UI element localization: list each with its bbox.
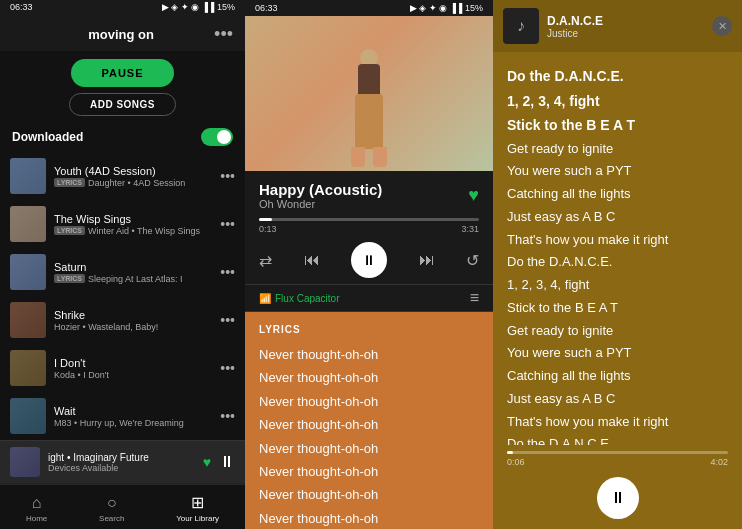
nav-search[interactable]: ○ Search (99, 494, 124, 523)
track-name: Saturn (54, 261, 220, 273)
track-artist: M83 • Hurry up, We're Dreaming (54, 418, 184, 428)
downloaded-label: Downloaded (12, 130, 83, 144)
list-item[interactable]: Saturn LYRICS Sleeping At Last Atlas: I … (0, 248, 245, 296)
time-2: 06:33 (255, 3, 278, 13)
repeat-button[interactable]: ↺ (466, 251, 479, 270)
home-icon: ⌂ (32, 494, 42, 512)
progress-section: 0:13 3:31 (245, 214, 493, 238)
track-meta: LYRICS Daughter • 4AD Session (54, 178, 220, 188)
playlist-title: moving on (28, 27, 214, 42)
lyric-line: 1, 2, 3, 4, fight (507, 89, 728, 114)
previous-button[interactable]: ⏮ (304, 251, 320, 269)
playback-controls: ⇄ ⏮ ⏸ ⏭ ↺ (245, 238, 493, 284)
track-more-button[interactable]: ••• (220, 264, 235, 280)
lyrics-topbar: ♪ D.A.N.C.E Justice ✕ (493, 0, 742, 52)
track-meta: LYRICS Winter Aid • The Wisp Sings (54, 226, 220, 236)
list-item[interactable]: Youth (4AD Session) LYRICS Daughter • 4A… (0, 152, 245, 200)
track-more-button[interactable]: ••• (220, 168, 235, 184)
time-current: 0:13 (259, 224, 277, 234)
progress-times: 0:13 3:31 (259, 224, 479, 234)
mini-song-title: D.A.N.C.E (547, 14, 704, 28)
track-info: Saturn LYRICS Sleeping At Last Atlas: I (54, 261, 220, 284)
downloaded-toggle[interactable] (201, 128, 233, 146)
list-item[interactable]: I Don't Koda • I Don't ••• (0, 344, 245, 392)
lyrics-badge: LYRICS (54, 178, 85, 187)
p3-pause-button[interactable]: ⏸ (597, 477, 639, 519)
lyric-line: Never thought-oh-oh (259, 366, 479, 389)
track-artist: Daughter • 4AD Session (88, 178, 185, 188)
p3-controls: ⏸ (493, 471, 742, 529)
track-info: Youth (4AD Session) LYRICS Daughter • 4A… (54, 165, 220, 188)
next-button[interactable]: ⏭ (419, 251, 435, 269)
downloaded-row: Downloaded (0, 124, 245, 152)
figure-legs (355, 94, 383, 149)
pause-icon[interactable]: ⏸ (219, 453, 235, 471)
pause-button[interactable]: PAUSE (71, 59, 173, 87)
time-total: 3:31 (461, 224, 479, 234)
p3-progress-fill (507, 451, 513, 454)
list-item[interactable]: Shrike Hozier • Wasteland, Baby! ••• (0, 296, 245, 344)
full-lyrics: Do the D.A.N.C.E. 1, 2, 3, 4, fight Stic… (493, 52, 742, 445)
mini-song-artist: Justice (547, 28, 704, 39)
play-pause-button[interactable]: ⏸ (351, 242, 387, 278)
now-playing-bar[interactable]: ight • Imaginary Future Devices Availabl… (0, 440, 245, 484)
track-thumbnail (10, 158, 46, 194)
track-name: The Wisp Sings (54, 213, 220, 225)
mini-song-info: D.A.N.C.E Justice (547, 14, 704, 39)
track-thumbnail (10, 398, 46, 434)
album-figure (339, 39, 399, 149)
p3-progress-section: 0:06 4:02 (493, 445, 742, 471)
track-more-button[interactable]: ••• (220, 216, 235, 232)
track-name: I Don't (54, 357, 220, 369)
list-item[interactable]: Wait M83 • Hurry up, We're Dreaming ••• (0, 392, 245, 440)
nav-library[interactable]: ⊞ Your Library (176, 493, 219, 523)
nav-home[interactable]: ⌂ Home (26, 494, 47, 523)
nav-search-label: Search (99, 514, 124, 523)
track-more-button[interactable]: ••• (220, 360, 235, 376)
search-icon: ○ (107, 494, 117, 512)
now-playing-artist: Devices Available (48, 463, 195, 473)
lyric-line: Never thought-oh-oh (259, 413, 479, 436)
p3-time-total: 4:02 (710, 457, 728, 467)
track-artist: Winter Aid • The Wisp Sings (88, 226, 200, 236)
lyric-line: Stick to the B E A T (507, 297, 728, 320)
progress-bar[interactable] (259, 218, 479, 221)
p3-progress-bar[interactable] (507, 451, 728, 454)
track-info: Wait M83 • Hurry up, We're Dreaming (54, 405, 220, 428)
playlist-panel: 06:33 ▶ ◈ ✦ ◉ ▐▐ 15% moving on ••• PAUSE… (0, 0, 245, 529)
list-item[interactable]: The Wisp Sings LYRICS Winter Aid • The W… (0, 200, 245, 248)
heart-button[interactable]: ♥ (468, 185, 479, 206)
track-thumbnail (10, 302, 46, 338)
track-more-button[interactable]: ••• (220, 312, 235, 328)
more-options-button[interactable]: ••• (214, 24, 233, 45)
track-more-button[interactable]: ••• (220, 408, 235, 424)
close-button[interactable]: ✕ (712, 16, 732, 36)
source-bar: 📶 Flux Capacitor ≡ (245, 284, 493, 312)
song-details: Happy (Acoustic) Oh Wonder (259, 181, 382, 210)
track-artist: Sleeping At Last Atlas: I (88, 274, 183, 284)
add-songs-button[interactable]: ADD SONGS (69, 93, 176, 116)
lyric-line: Never thought-oh-oh (259, 460, 479, 483)
lyric-line: That's how you make it right (507, 411, 728, 434)
player-panel: 06:33 ▶ ◈ ✦ ◉ ▐▐ 15% Happy (Acoustic) Oh… (245, 0, 493, 529)
lyrics-header: LYRICS (259, 324, 479, 335)
album-art (245, 16, 493, 171)
track-name: Shrike (54, 309, 220, 321)
lyric-line: Never thought-oh-oh (259, 507, 479, 529)
queue-icon[interactable]: ≡ (470, 289, 479, 307)
library-icon: ⊞ (191, 493, 204, 512)
lyrics-section: LYRICS Never thought-oh-oh Never thought… (245, 312, 493, 529)
heart-icon[interactable]: ♥ (203, 454, 211, 470)
lyric-line: Never thought-oh-oh (259, 390, 479, 413)
lyric-line: Catching all the lights (507, 183, 728, 206)
lyrics-badge: LYRICS (54, 226, 85, 235)
status-bar-1: 06:33 ▶ ◈ ✦ ◉ ▐▐ 15% (0, 0, 245, 14)
shuffle-button[interactable]: ⇄ (259, 251, 272, 270)
track-name: Youth (4AD Session) (54, 165, 220, 177)
nav-home-label: Home (26, 514, 47, 523)
mini-album-art: ♪ (503, 8, 539, 44)
lyrics-badge: LYRICS (54, 274, 85, 283)
lyric-line: Never thought-oh-oh (259, 483, 479, 506)
track-list: Youth (4AD Session) LYRICS Daughter • 4A… (0, 152, 245, 440)
lyric-line: Catching all the lights (507, 365, 728, 388)
